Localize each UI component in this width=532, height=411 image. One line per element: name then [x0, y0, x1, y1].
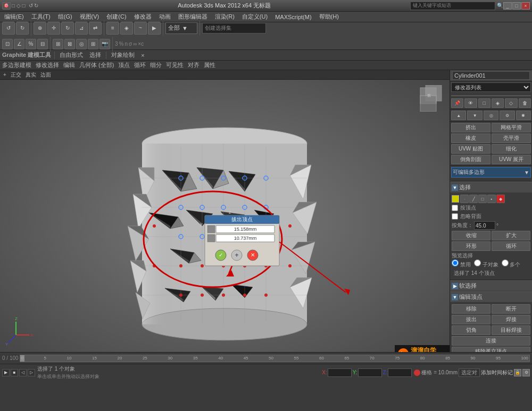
mod-config-btn[interactable]: ⚙ [500, 111, 514, 120]
border-mode-btn[interactable]: □ [478, 195, 487, 203]
modifier-list-dropdown[interactable]: 修改器列表 [451, 82, 531, 92]
window-buttons[interactable]: _ □ × [503, 2, 530, 10]
st-loop[interactable]: 循环 [134, 61, 146, 69]
nav-cube[interactable]: 前 [418, 85, 444, 112]
uvw-unwrap-btn[interactable]: UVW 展开 [492, 155, 531, 164]
lock-btn[interactable]: 🔒 [514, 369, 521, 376]
remove-modifier-btn[interactable]: 🗑 [519, 98, 531, 108]
layer-btn[interactable]: ≡ [106, 22, 119, 35]
timeline-bar[interactable]: 0 5 10 15 20 25 30 35 40 45 50 55 60 65 … [20, 355, 530, 362]
pin-stack-btn[interactable]: 📌 [451, 98, 463, 108]
st-properties[interactable]: 属性 [204, 61, 215, 69]
edge-mode-btn[interactable]: ╱ [469, 195, 478, 203]
selection-set-input[interactable]: 创建选择集 [202, 23, 266, 33]
soft-select-section-header[interactable]: ▶ 软选择 [450, 280, 532, 291]
chamfer-btn[interactable]: 切角 [452, 325, 491, 335]
play-btn[interactable]: ▶ [2, 369, 10, 376]
remove-isolated-btn[interactable]: 移除孤立顶点 [452, 347, 530, 352]
vertex-color-swatch[interactable] [452, 195, 459, 203]
radio-disable[interactable] [452, 259, 459, 266]
curve-btn[interactable]: ~ [134, 22, 147, 35]
object-name-input[interactable] [452, 71, 530, 80]
show-all-btn[interactable]: 👁 [464, 98, 477, 108]
close-button[interactable]: × [521, 2, 530, 10]
edit-vertex-section-header[interactable]: ▼ 编辑顶点 [450, 291, 532, 302]
shellsmooth-btn[interactable]: 壳平滑 [492, 133, 531, 143]
uvw-map-btn[interactable]: UVW 贴图 [451, 144, 491, 154]
settings-btn[interactable]: ⚙ [522, 369, 530, 376]
st-geometry-all[interactable]: 几何体 (全部) [79, 61, 114, 69]
element-mode-btn[interactable]: ◆ [496, 195, 505, 203]
move-btn[interactable]: ✛ [47, 22, 60, 35]
tessellate-btn[interactable]: 细化 [492, 144, 531, 154]
loop-btn[interactable]: 循环 [492, 241, 530, 251]
st-vertex[interactable]: 顶点 [118, 61, 130, 69]
add-time-btn[interactable]: 添加时间标记 [481, 369, 513, 376]
edit-vertex-expand-btn[interactable]: ▼ [452, 294, 458, 300]
vp-plus-btn[interactable]: + [2, 72, 7, 78]
prev-frame-btn[interactable]: ◁ [19, 369, 27, 376]
mod-pull-btn[interactable]: ▼ [467, 111, 482, 120]
radio-subobj[interactable] [474, 259, 481, 266]
st-align[interactable]: 对齐 [188, 61, 200, 69]
search-icon[interactable]: 🔍 [497, 3, 503, 9]
extrude-btn[interactable]: 挤出 [451, 123, 491, 132]
graphite-close[interactable]: × [139, 52, 146, 58]
undo-button[interactable]: ↺ [2, 22, 15, 35]
graphite-select[interactable]: 选择 [88, 51, 103, 59]
extrude-vertex-btn[interactable]: 拔出 [452, 315, 491, 324]
mod-xref-btn[interactable]: ✱ [516, 111, 531, 120]
next-frame-btn[interactable]: ▷ [28, 369, 35, 376]
spinner-snap-btn[interactable]: ⊟ [37, 39, 48, 49]
render-btn[interactable]: ▶ [148, 22, 161, 35]
graphite-freeform[interactable]: 自由形式 [58, 51, 85, 59]
stop-btn[interactable]: ■ [11, 369, 18, 376]
meshsmooth-btn[interactable]: 网格平滑 [492, 123, 531, 132]
ring-btn[interactable]: 环形 [452, 241, 491, 251]
st-modify-sel[interactable]: 修改选择 [36, 61, 59, 69]
selection-filter-dropdown[interactable]: 全部 ▼ [165, 22, 197, 34]
poly-mode-btn[interactable]: ▪ [487, 195, 496, 203]
x-input[interactable] [328, 368, 352, 377]
graphite-obj-paint[interactable]: 对象绘制 [110, 51, 136, 59]
st-subdivide[interactable]: 细分 [150, 61, 162, 69]
shrink-angle-input[interactable]: 45.0 [474, 221, 495, 230]
vp-ortho-btn[interactable]: 正交 [10, 71, 22, 79]
material-btn[interactable]: ◈ [120, 22, 133, 35]
show-viewport-btn[interactable]: □ [478, 98, 491, 108]
st-edit[interactable]: 编辑 [63, 61, 75, 69]
radio-multi[interactable] [502, 259, 509, 266]
grow-btn[interactable]: 扩大 [492, 231, 530, 240]
editable-poly-indicator[interactable]: 可编辑多边形 ▼ [451, 167, 531, 178]
mod-push-btn[interactable]: ▲ [451, 111, 466, 120]
weld-btn[interactable]: 焊接 [492, 315, 530, 324]
ignore-backface-checkbox[interactable] [452, 213, 458, 220]
search-box[interactable]: 键入关键字或短语 [410, 2, 495, 10]
place-highlight-btn[interactable]: ◎ [76, 39, 87, 49]
shrink-btn[interactable]: 收缩 [452, 231, 491, 240]
y-input[interactable] [358, 368, 382, 377]
maximize-button[interactable]: □ [512, 2, 521, 10]
target-weld-btn[interactable]: 目标焊接 [492, 325, 530, 335]
snap-btn[interactable]: ⊡ [2, 39, 13, 49]
mirror-btn[interactable]: ⇄ [89, 22, 102, 35]
selection-expand-btn[interactable]: ▼ [452, 184, 458, 191]
show-render-btn[interactable]: ◈ [492, 98, 504, 108]
rotate-btn[interactable]: ↻ [61, 22, 74, 35]
minimize-button[interactable]: _ [503, 2, 512, 10]
soft-select-expand-btn[interactable]: ▶ [452, 283, 458, 289]
auto-key-indicator[interactable] [414, 370, 420, 376]
bevel-profile-btn[interactable]: 倒角剖面 [451, 155, 491, 164]
vertex-mode-btn[interactable]: · [460, 195, 469, 203]
quick-align-btn[interactable]: ⊞ [88, 39, 98, 49]
percent-snap-btn[interactable]: % [26, 39, 36, 49]
connect-btn[interactable]: 连接 [452, 336, 530, 346]
selected-btn[interactable]: 选定对 [459, 368, 480, 377]
remove-vertex-btn[interactable]: 移除 [452, 304, 491, 314]
modifier-stack[interactable]: 可编辑多边形 [451, 95, 531, 96]
select-btn[interactable]: ⊕ [34, 22, 46, 35]
z-input[interactable] [388, 368, 412, 377]
camera-btn[interactable]: 📷 [99, 39, 110, 49]
menu-maxscript[interactable]: MAXScript(M) [272, 13, 314, 21]
angle-snap-btn[interactable]: ∠ [14, 39, 24, 49]
